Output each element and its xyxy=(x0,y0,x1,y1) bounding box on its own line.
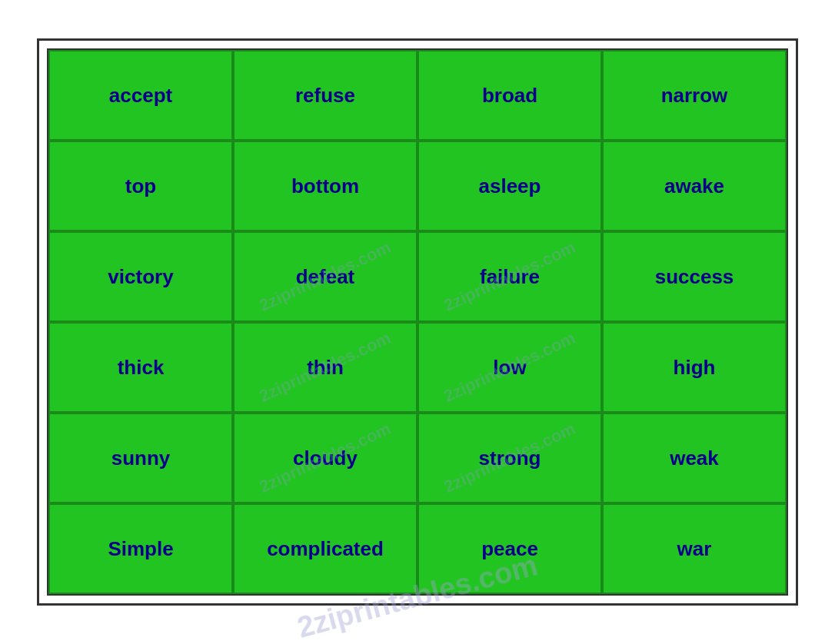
cell-text-2: refuse xyxy=(295,84,355,108)
cell-text-21: Simple xyxy=(108,537,173,561)
grid-cell-8: awake xyxy=(602,141,787,231)
grid-cell-4: narrow xyxy=(602,50,787,141)
grid-cell-13: thick xyxy=(48,322,233,413)
grid-cell-11: failure2ziprintables.com xyxy=(418,231,602,322)
grid-cell-9: victory xyxy=(48,231,233,322)
cell-text-1: accept xyxy=(109,84,172,108)
cell-text-10: defeat xyxy=(296,265,355,289)
grid-cell-20: weak xyxy=(602,413,787,503)
main-container: acceptrefusebroadnarrowtopbottomasleepaw… xyxy=(37,38,798,606)
grid-cell-24: war xyxy=(602,503,787,594)
grid-cell-1: accept xyxy=(48,50,233,141)
cell-text-6: bottom xyxy=(291,174,359,198)
cell-text-4: narrow xyxy=(661,84,728,108)
grid-cell-3: broad xyxy=(418,50,602,141)
cell-text-14: thin xyxy=(307,356,344,380)
grid-cell-14: thin2ziprintables.com xyxy=(233,322,418,413)
cell-text-16: high xyxy=(674,356,716,380)
grid-cell-10: defeat2ziprintables.com xyxy=(233,231,418,322)
grid-cell-21: Simple xyxy=(48,503,233,594)
cell-text-9: victory xyxy=(108,265,173,289)
grid-cell-18: cloudy2ziprintables.com xyxy=(233,413,418,503)
grid-cell-2: refuse xyxy=(233,50,418,141)
cell-text-18: cloudy xyxy=(293,446,358,470)
grid-cell-19: strong2ziprintables.com xyxy=(418,413,602,503)
cell-text-24: war xyxy=(677,537,712,561)
cell-text-12: success xyxy=(655,265,734,289)
cell-text-11: failure xyxy=(480,265,540,289)
cell-text-17: sunny xyxy=(111,446,171,470)
grid-cell-16: high xyxy=(602,322,787,413)
grid-cell-5: top xyxy=(48,141,233,231)
word-grid: acceptrefusebroadnarrowtopbottomasleepaw… xyxy=(47,48,788,596)
grid-cell-15: low2ziprintables.com xyxy=(418,322,602,413)
grid-cell-23: peace xyxy=(418,503,602,594)
grid-cell-7: asleep xyxy=(418,141,602,231)
cell-text-5: top xyxy=(125,174,156,198)
grid-cell-22: complicated xyxy=(233,503,418,594)
cell-text-13: thick xyxy=(118,356,165,380)
cell-text-23: peace xyxy=(481,537,538,561)
grid-cell-17: sunny xyxy=(48,413,233,503)
cell-text-22: complicated xyxy=(267,537,384,561)
cell-text-19: strong xyxy=(479,446,541,470)
grid-cell-12: success xyxy=(602,231,787,322)
grid-cell-6: bottom xyxy=(233,141,418,231)
cell-text-15: low xyxy=(493,356,526,380)
cell-text-7: asleep xyxy=(479,174,541,198)
cell-text-3: broad xyxy=(482,84,537,108)
cell-text-8: awake xyxy=(664,174,724,198)
cell-text-20: weak xyxy=(670,446,719,470)
